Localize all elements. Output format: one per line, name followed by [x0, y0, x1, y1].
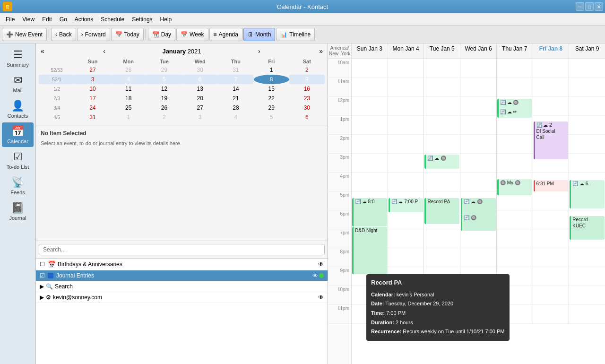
hour-cell-6-13[interactable] — [569, 305, 605, 324]
hour-cell-5-7[interactable] — [533, 191, 569, 210]
day-header-3[interactable]: Wed Jan 6 — [460, 43, 497, 59]
sidebar-item-mail[interactable]: ✉Mail — [2, 71, 34, 96]
hour-cell-3-6[interactable] — [460, 173, 496, 191]
hour-cell-6-0[interactable] — [569, 59, 605, 78]
hour-cell-3-10[interactable] — [460, 248, 496, 267]
journal-eye[interactable]: 👁 — [312, 272, 318, 279]
cal-day-4-1[interactable]: 25 — [111, 103, 147, 113]
cal-day-1-6[interactable]: 9 — [289, 75, 325, 84]
hour-cell-2-1[interactable] — [424, 78, 460, 97]
hour-cell-3-3[interactable] — [460, 116, 496, 135]
cal-day-2-5[interactable]: 15 — [254, 84, 289, 94]
prev-prev-month-button[interactable]: « — [39, 46, 46, 56]
cal-day-4-5[interactable]: 29 — [254, 103, 289, 113]
hour-cell-5-9[interactable] — [533, 229, 569, 248]
cal-list-item-search[interactable]: ▶🔍Search — [36, 281, 328, 292]
menu-item-file[interactable]: File — [2, 15, 18, 24]
hour-cell-1-5[interactable] — [388, 154, 424, 173]
birthdays-checkbox[interactable]: ☐ — [40, 261, 45, 268]
cal-day-2-1[interactable]: 11 — [111, 84, 147, 94]
sidebar-item-calendar[interactable]: 📅Calendar — [2, 122, 34, 147]
cal-day-3-4[interactable]: 21 — [218, 94, 254, 103]
hour-cell-6-2[interactable] — [569, 97, 605, 116]
sidebar-item-summary[interactable]: ☰Summary — [2, 46, 34, 70]
cal-day-0-3[interactable]: 30 — [182, 65, 218, 75]
hour-cell-3-0[interactable] — [460, 59, 496, 78]
hour-cell-4-3[interactable] — [497, 116, 533, 135]
cal-day-5-3[interactable]: 3 — [182, 113, 218, 122]
cal-day-4-2[interactable]: 26 — [147, 103, 182, 113]
event-sun-8pm[interactable]: 🔄 ☁ 8:0 — [352, 198, 387, 226]
cal-day-0-2[interactable]: 29 — [147, 65, 182, 75]
next-next-month-button[interactable]: » — [317, 46, 325, 56]
sidebar-item-contacts[interactable]: 👤Contacts — [2, 97, 34, 121]
event-tue-3pm[interactable]: 🔄 ☁ 🔘 — [424, 155, 459, 169]
cal-day-2-4[interactable]: 14 — [218, 84, 254, 94]
day-header-5[interactable]: Fri Jan 8 — [533, 43, 570, 59]
hour-cell-1-1[interactable] — [388, 78, 424, 97]
hour-cell-1-3[interactable] — [388, 116, 424, 135]
event-fri-1pm[interactable]: 🔄 ☁ 2 DI Social Call — [534, 121, 569, 159]
cal-list-item-birthdays[interactable]: ☐📅Birthdays & Anniversaries👁 — [36, 259, 328, 270]
hour-cell-6-4[interactable] — [569, 135, 605, 154]
hour-cell-6-11[interactable] — [569, 267, 605, 286]
menu-item-schedule[interactable]: Schedule — [97, 15, 128, 24]
day-button[interactable]: 📆 Day — [148, 28, 175, 41]
cal-day-3-5[interactable]: 22 — [254, 94, 289, 103]
hour-cell-4-10[interactable] — [497, 248, 533, 267]
cal-day-0-4[interactable]: 31 — [218, 65, 254, 75]
cal-day-1-4[interactable]: 7 — [218, 75, 254, 84]
cal-day-5-5[interactable]: 5 — [254, 113, 289, 122]
hour-cell-0-6[interactable] — [352, 173, 388, 191]
cal-day-4-6[interactable]: 30 — [289, 103, 325, 113]
hour-cell-3-1[interactable] — [460, 78, 496, 97]
hour-cell-0-0[interactable] — [352, 59, 388, 78]
hour-cell-4-0[interactable] — [497, 59, 533, 78]
hour-cell-4-8[interactable] — [497, 210, 533, 229]
menu-item-go[interactable]: Go — [56, 15, 71, 24]
hour-cell-6-3[interactable] — [569, 116, 605, 135]
maximize-button[interactable]: □ — [585, 2, 594, 11]
new-event-button[interactable]: ➕ New Event — [2, 28, 47, 41]
search-expand[interactable]: ▶ — [40, 283, 44, 290]
hour-cell-2-3[interactable] — [424, 116, 460, 135]
hour-cell-4-4[interactable] — [497, 135, 533, 154]
hour-cell-4-5[interactable] — [497, 154, 533, 173]
sidebar-item-todo[interactable]: ☑To-do List — [2, 148, 34, 173]
search-input[interactable] — [39, 244, 325, 255]
hour-cell-1-9[interactable] — [388, 229, 424, 248]
kevin-expand[interactable]: ▶ — [40, 294, 44, 301]
hour-cell-5-11[interactable] — [533, 267, 569, 286]
prev-month-button[interactable]: ‹ — [101, 46, 107, 56]
hour-cell-5-12[interactable] — [533, 286, 569, 305]
hour-cell-0-4[interactable] — [352, 135, 388, 154]
hour-cell-4-1[interactable] — [497, 78, 533, 97]
hour-cell-4-9[interactable] — [497, 229, 533, 248]
day-header-2[interactable]: Tue Jan 5 — [424, 43, 460, 59]
hour-cell-1-6[interactable] — [388, 173, 424, 191]
event-wed-8pm[interactable]: 🔄 🔘 — [461, 214, 496, 231]
hour-cell-0-3[interactable] — [352, 116, 388, 135]
event-mon-7pm[interactable]: 🔄 ☁ 7:00 P — [389, 198, 424, 212]
event-sat-8pm[interactable]: Record KUEC — [570, 216, 605, 240]
day-header-4[interactable]: Thu Jan 7 — [497, 43, 533, 59]
week-button[interactable]: 📅 Week — [176, 28, 208, 41]
agenda-button[interactable]: ≡ Agenda — [209, 28, 242, 41]
cal-day-4-0[interactable]: 24 — [75, 103, 111, 113]
cal-day-2-3[interactable]: 13 — [182, 84, 218, 94]
menu-item-help[interactable]: Help — [156, 15, 176, 24]
cal-day-0-0[interactable]: 27 — [75, 65, 111, 75]
hour-cell-2-2[interactable] — [424, 97, 460, 116]
hour-cell-2-4[interactable] — [424, 135, 460, 154]
event-sun-dnd[interactable]: D&D Night — [352, 227, 387, 274]
menu-item-edit[interactable]: Edit — [38, 15, 56, 24]
sidebar-item-feeds[interactable]: 📡Feeds — [2, 173, 34, 198]
cal-day-3-3[interactable]: 20 — [182, 94, 218, 103]
sidebar-item-journal[interactable]: 📓Journal — [2, 199, 34, 224]
hour-cell-1-10[interactable] — [388, 248, 424, 267]
menu-item-actions[interactable]: Actions — [71, 15, 97, 24]
cal-day-1-1[interactable]: 4 — [111, 75, 147, 84]
hour-cell-3-5[interactable] — [460, 154, 496, 173]
menu-item-view[interactable]: View — [18, 15, 38, 24]
event-wed-7pm[interactable]: 🔄 ☁ 🔘 — [461, 198, 496, 215]
